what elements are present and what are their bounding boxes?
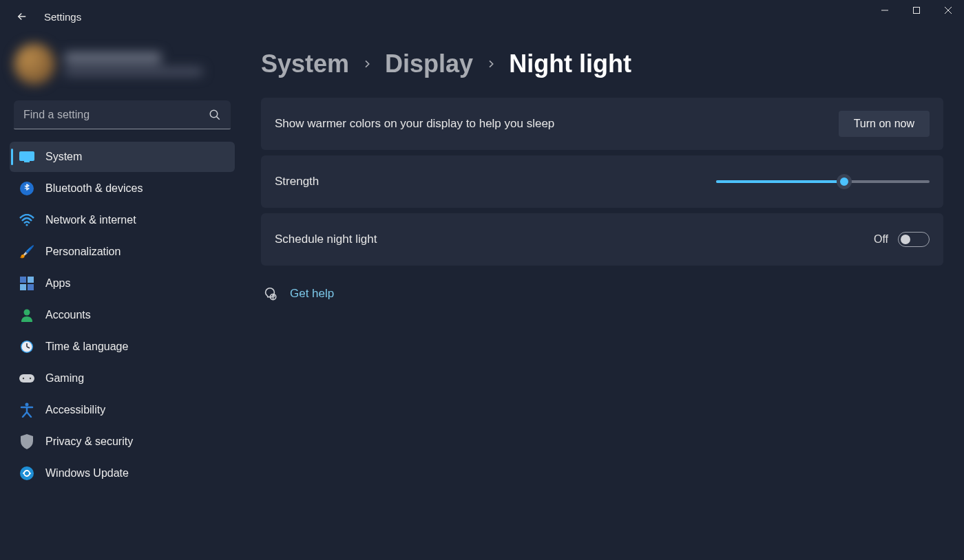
svg-point-25	[273, 298, 273, 299]
slider-thumb[interactable]	[837, 174, 852, 189]
svg-rect-19	[19, 374, 34, 383]
accessibility-icon	[19, 402, 34, 418]
wifi-icon	[19, 213, 34, 228]
svg-rect-11	[28, 277, 34, 283]
update-icon	[19, 466, 34, 481]
sidebar: System Bluetooth & devices Network & int…	[0, 33, 244, 560]
toggle-knob	[901, 235, 910, 244]
search-input[interactable]	[14, 100, 231, 129]
svg-rect-12	[20, 284, 26, 290]
sidebar-item-label: Network & internet	[45, 214, 136, 226]
svg-point-14	[24, 310, 30, 316]
search-icon	[209, 109, 221, 121]
sidebar-item-time-language[interactable]: Time & language	[10, 332, 235, 362]
search-box	[14, 100, 231, 129]
back-button[interactable]	[11, 6, 33, 28]
user-info	[65, 52, 231, 76]
schedule-card: Schedule night light Off	[261, 213, 943, 266]
close-button[interactable]	[932, 0, 964, 21]
sidebar-item-label: Time & language	[45, 341, 128, 353]
sidebar-item-network[interactable]: Network & internet	[10, 205, 235, 235]
svg-rect-7	[24, 161, 30, 162]
minimize-button[interactable]	[869, 0, 901, 21]
svg-point-4	[210, 110, 218, 118]
schedule-toggle[interactable]	[898, 232, 930, 247]
display-icon	[19, 149, 34, 164]
breadcrumb: System Display Night light	[261, 50, 943, 78]
slider-fill	[716, 180, 844, 183]
bluetooth-icon	[19, 181, 34, 196]
maximize-button[interactable]	[901, 0, 932, 21]
clock-icon	[19, 339, 34, 354]
schedule-state-text: Off	[874, 233, 888, 246]
help-icon	[262, 286, 277, 301]
breadcrumb-item-display[interactable]: Display	[385, 50, 473, 78]
svg-rect-1	[914, 8, 920, 14]
sidebar-item-label: Accessibility	[45, 404, 105, 416]
sidebar-item-label: Accounts	[45, 309, 91, 321]
svg-point-23	[20, 466, 34, 480]
strength-card: Strength	[261, 155, 943, 208]
sidebar-item-system[interactable]: System	[10, 142, 235, 172]
sidebar-item-windows-update[interactable]: Windows Update	[10, 458, 235, 488]
sidebar-item-label: Windows Update	[45, 467, 129, 480]
avatar	[14, 43, 55, 85]
sidebar-item-privacy[interactable]: Privacy & security	[10, 427, 235, 457]
svg-point-22	[25, 403, 29, 407]
svg-rect-13	[28, 284, 34, 290]
titlebar: Settings	[0, 0, 964, 33]
nav-list: System Bluetooth & devices Network & int…	[10, 142, 235, 488]
svg-rect-10	[20, 277, 26, 283]
turn-on-now-button[interactable]: Turn on now	[839, 111, 930, 137]
user-account-block[interactable]	[10, 40, 235, 88]
apps-icon	[19, 276, 34, 291]
help-row: Get help	[261, 286, 943, 301]
gamepad-icon	[19, 371, 34, 386]
sidebar-item-bluetooth[interactable]: Bluetooth & devices	[10, 173, 235, 204]
svg-line-5	[217, 117, 220, 120]
schedule-label: Schedule night light	[275, 233, 377, 246]
sidebar-item-accessibility[interactable]: Accessibility	[10, 395, 235, 425]
sidebar-item-label: Apps	[45, 277, 70, 290]
sidebar-item-accounts[interactable]: Accounts	[10, 300, 235, 330]
sidebar-item-gaming[interactable]: Gaming	[10, 363, 235, 394]
chevron-right-icon	[485, 58, 496, 69]
breadcrumb-item-system[interactable]: System	[261, 50, 349, 78]
chevron-right-icon	[362, 58, 373, 69]
get-help-link[interactable]: Get help	[290, 287, 334, 301]
sidebar-item-label: Personalization	[45, 246, 120, 258]
sidebar-item-label: Bluetooth & devices	[45, 182, 143, 195]
svg-point-21	[30, 378, 31, 379]
svg-point-9	[25, 224, 28, 226]
night-light-description-card: Show warmer colors on your display to he…	[261, 98, 943, 150]
strength-label: Strength	[275, 175, 319, 189]
sidebar-item-label: System	[45, 151, 82, 163]
schedule-toggle-group: Off	[874, 232, 930, 247]
sidebar-item-label: Privacy & security	[45, 435, 133, 448]
person-icon	[19, 308, 34, 323]
sidebar-item-apps[interactable]: Apps	[10, 268, 235, 299]
night-light-description: Show warmer colors on your display to he…	[275, 117, 554, 131]
breadcrumb-item-night-light: Night light	[509, 50, 631, 78]
svg-rect-6	[19, 151, 34, 161]
main-content: System Display Night light Show warmer c…	[244, 33, 964, 560]
shield-icon	[19, 434, 34, 449]
sidebar-item-label: Gaming	[45, 372, 84, 385]
paintbrush-icon: 🖌️	[19, 244, 34, 259]
window-controls	[869, 0, 964, 21]
svg-point-20	[23, 378, 24, 379]
app-title: Settings	[44, 11, 81, 23]
strength-slider[interactable]	[716, 175, 930, 188]
sidebar-item-personalization[interactable]: 🖌️ Personalization	[10, 237, 235, 267]
